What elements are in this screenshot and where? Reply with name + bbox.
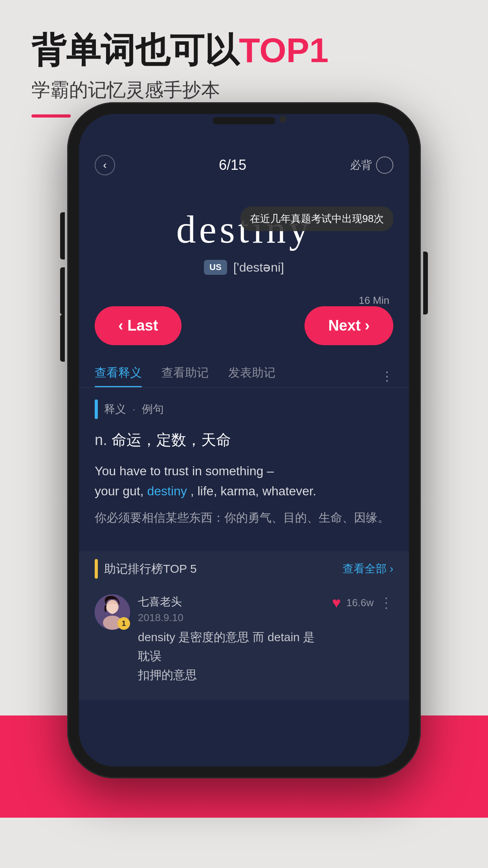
- definition-chinese: n. 命运，定数，天命: [95, 427, 393, 452]
- nav-buttons-row: 16 Min ‹ Last Next ›: [79, 298, 409, 353]
- example-label: 例句: [142, 402, 164, 417]
- phone-wrapper: ‹ 6/15 必背 在近几年真题考试中出现98次 destiny US ['de…: [67, 102, 421, 868]
- back-button[interactable]: ‹: [95, 155, 115, 175]
- example-english: You have to trust in something – your gu…: [95, 461, 393, 501]
- next-button[interactable]: Next ›: [305, 306, 393, 345]
- mnemonic-section: 助记排行榜TOP 5 查看全部 ›: [79, 551, 409, 700]
- tab-more-icon: ⋮: [381, 369, 393, 383]
- screen-content: ‹ 6/15 必背 在近几年真题考试中出现98次 destiny US ['de…: [79, 145, 409, 767]
- tab-post-label: 发表助记: [228, 366, 275, 379]
- more-options-icon[interactable]: ⋮: [379, 595, 393, 611]
- title-prefix: 背单词也可以: [31, 31, 239, 70]
- comment-text-1: density 是密度的意思 而 detain 是耽误: [138, 631, 315, 662]
- comment-text-2: 扣押的意思: [138, 668, 197, 681]
- tab-view-mnemonic[interactable]: 查看助记: [161, 365, 209, 387]
- user-comment: density 是密度的意思 而 detain 是耽误 扣押的意思: [138, 628, 324, 684]
- definition-header-label: 释义: [104, 402, 126, 417]
- meaning-text: 命运，定数，天命: [112, 432, 231, 448]
- must-memorize-toggle[interactable]: 必背: [350, 156, 393, 174]
- user-actions: ♥ 16.6w ⋮: [332, 594, 393, 611]
- mnemonic-title-text: 助记排行榜TOP 5: [104, 561, 197, 577]
- next-button-label: Next ›: [328, 317, 370, 334]
- tab-post-mnemonic[interactable]: 发表助记: [228, 365, 275, 387]
- red-accent-line: [31, 114, 71, 118]
- definition-blue-bar: [95, 399, 98, 419]
- definition-header: 释义 · 例句: [95, 399, 393, 419]
- mnemonic-yellow-bar: [95, 559, 98, 579]
- phone-shell: ‹ 6/15 必背 在近几年真题考试中出现98次 destiny US ['de…: [67, 102, 421, 778]
- phone-screen: ‹ 6/15 必背 在近几年真题考试中出现98次 destiny US ['de…: [79, 114, 409, 767]
- part-of-speech: n.: [95, 432, 107, 448]
- example-highlighted-word: destiny: [147, 484, 187, 498]
- time-label: 16 Min: [359, 294, 389, 307]
- user-name: 七喜老头: [138, 594, 324, 609]
- example-en-part1: You have to trust in something –: [95, 464, 274, 478]
- screen-topbar: ‹ 6/15 必背: [79, 145, 409, 175]
- title-highlight: TOP1: [239, 31, 328, 70]
- progress-indicator: 6/15: [219, 157, 246, 173]
- example-en-part2: your gut,: [95, 484, 144, 498]
- tab-definition-label: 查看释义: [95, 366, 142, 379]
- tab-view-definition[interactable]: 查看释义: [95, 365, 142, 387]
- phone-camera: [279, 116, 286, 123]
- definition-section: 释义 · 例句 n. 命运，定数，天命 You have to trust in…: [79, 388, 409, 551]
- subtitle: 学霸的记忆灵感手抄本: [31, 77, 457, 103]
- phonetic-text: ['destəni]: [233, 260, 284, 275]
- tab-more-button[interactable]: ⋮: [381, 369, 393, 384]
- user-date: 2018.9.10: [138, 612, 324, 624]
- user-mnemonic-row: 1 七喜老头 2018.9.10 density 是密度的意思 而 detain…: [95, 587, 393, 692]
- mnemonic-header: 助记排行榜TOP 5 查看全部 ›: [95, 559, 393, 579]
- user-info: 七喜老头 2018.9.10 density 是密度的意思 而 detain 是…: [138, 594, 324, 684]
- like-count: 16.6w: [347, 597, 374, 609]
- avatar-wrapper: 1: [95, 594, 130, 630]
- view-all-label: 查看全部: [343, 561, 387, 576]
- phone-notch: [213, 117, 275, 124]
- must-memorize-label: 必背: [350, 158, 372, 173]
- mnemonic-title-row: 助记排行榜TOP 5: [95, 559, 197, 579]
- pronunciation-row: US ['destəni]: [95, 260, 393, 275]
- view-all-chevron: ›: [390, 563, 393, 575]
- heart-icon[interactable]: ♥: [332, 594, 341, 611]
- appearance-tooltip: 在近几年真题考试中出现98次: [240, 206, 393, 231]
- last-button[interactable]: ‹ Last: [95, 306, 182, 345]
- us-badge: US: [204, 260, 227, 275]
- main-title: 背单词也可以TOP1: [31, 31, 457, 70]
- tab-bar: 查看释义 查看助记 发表助记 ⋮: [79, 353, 409, 388]
- view-all-button[interactable]: 查看全部 ›: [343, 561, 393, 576]
- back-icon: ‹: [103, 159, 106, 171]
- last-button-label: ‹ Last: [118, 317, 158, 334]
- example-en-part3: , life, karma, whatever.: [191, 484, 316, 498]
- memorize-circle-button[interactable]: [376, 156, 393, 174]
- definition-dot: ·: [132, 403, 136, 416]
- word-section: destiny US ['destəni]: [79, 175, 409, 291]
- tab-mnemonic-label: 查看助记: [161, 366, 209, 379]
- rank-badge: 1: [117, 617, 130, 630]
- example-chinese: 你必须要相信某些东西：你的勇气、目的、生命、因缘。: [95, 508, 393, 528]
